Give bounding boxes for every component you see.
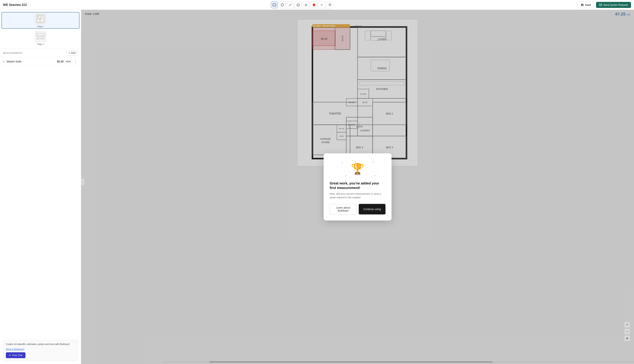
promo-text: Create rich takeoffs, estimates, quotes … (6, 343, 75, 346)
svg-rect-10 (37, 19, 40, 22)
undo-tool[interactable] (326, 2, 333, 8)
toolbar-actions: Save Send Quote Request (577, 2, 631, 8)
continue-label: Continue using (363, 208, 381, 211)
unit-label: m2 (66, 60, 69, 63)
svg-rect-6 (599, 4, 602, 6)
dot-2: ● (377, 169, 378, 170)
svg-rect-12 (38, 16, 39, 17)
pages-panel: Page 1 Page 2 (0, 10, 81, 48)
page-2-label: Page 2 (37, 43, 44, 45)
learn-label: Learn about Buildxact (336, 206, 350, 212)
promo-link[interactable]: What is Buildxact? (6, 348, 25, 350)
star-3: ✦ (372, 160, 374, 163)
chevron-down-icon: ▾ (70, 60, 71, 63)
page-1-label: Page 1 (37, 25, 44, 28)
line-tool[interactable] (287, 2, 294, 8)
svg-point-1 (281, 4, 284, 6)
svg-marker-3 (297, 4, 299, 6)
measurement-name: Master Suite (7, 60, 22, 63)
star-4: ✦ (345, 174, 347, 177)
add-icon: + (69, 52, 70, 54)
continue-button[interactable]: Continue using (359, 204, 385, 214)
measurements-header: MEASUREMENTS + ADD (0, 48, 81, 58)
free-trial-button[interactable]: ✦ Free Trial (6, 352, 26, 358)
unit-selector[interactable]: m2 ▾ (65, 60, 72, 63)
svg-rect-11 (40, 19, 44, 22)
angle-value: 0° (321, 4, 323, 6)
page-title: N/E Seaview 213 (3, 3, 27, 6)
measurement-right: 32.15 m2 ▾ ⋮ (57, 60, 78, 64)
modal-actions: Learn about Buildxact Continue using (330, 204, 385, 214)
dot-3: ● (348, 171, 349, 172)
promo-banner: Create rich takeoffs, estimates, quotes … (3, 340, 78, 361)
add-label: ADD (71, 52, 76, 54)
modal-overlay: ✦ ✦ ✦ ✦ ✦ ● ● ● 🏆 Great work, you've add… (81, 10, 634, 364)
success-modal: ✦ ✦ ✦ ✦ ✦ ● ● ● 🏆 Great work, you've add… (324, 153, 392, 220)
measurement-row: 1. Master Suite 32.15 m2 ▾ ⋮ (0, 58, 81, 66)
svg-rect-9 (41, 16, 44, 17)
measurement-left: 1. Master Suite (3, 60, 21, 63)
modal-description: Next, add your second measurement or sen… (330, 192, 385, 199)
add-measurement-button[interactable]: + ADD (67, 50, 78, 56)
svg-rect-13 (37, 33, 45, 36)
modal-title: Great work, you've added your first meas… (330, 181, 385, 190)
svg-line-2 (289, 4, 291, 6)
measurement-value: 32.15 (57, 60, 64, 63)
measurements-title: MEASUREMENTS (3, 52, 23, 54)
page-1-thumbnail (35, 13, 46, 24)
quote-label: Send Quote Request (603, 4, 628, 6)
page-thumb-1[interactable]: Page 1 (2, 12, 80, 29)
circle-tool[interactable] (279, 2, 286, 8)
sidebar: Page 1 Page 2 MEASUREMENTS + ADD (0, 10, 81, 364)
save-label: Save (585, 4, 591, 6)
record-tool[interactable] (311, 2, 317, 8)
star-5: ✦ (374, 174, 376, 177)
page-thumb-2[interactable]: Page 2 (2, 30, 80, 46)
measurement-number: 1. (3, 60, 5, 63)
canvas-area: Scale: 1:200 47.25 m2 (81, 10, 634, 364)
more-options-button[interactable]: ⋮ (73, 60, 78, 64)
dot-1: ● (337, 167, 338, 168)
polygon-tool[interactable] (295, 2, 302, 8)
magic-tool[interactable] (303, 2, 309, 8)
rectangle-tool[interactable] (271, 2, 278, 8)
svg-rect-14 (37, 36, 44, 38)
toolbar: N/E Seaview 213 0° Save (0, 0, 634, 10)
tool-group: 0° (271, 2, 333, 8)
save-button[interactable]: Save (577, 2, 594, 8)
star-2: ✦ (354, 160, 356, 163)
star-1: ✦ (341, 161, 343, 164)
svg-point-5 (313, 4, 315, 6)
page-2-thumbnail (35, 31, 46, 42)
trophy-icon: 🏆 (351, 164, 364, 174)
trial-label: Free Trial (12, 354, 23, 357)
send-quote-button[interactable]: Send Quote Request (596, 2, 631, 8)
sparkle-icon: ✦ (9, 354, 11, 357)
learn-button[interactable]: Learn about Buildxact (330, 204, 357, 214)
trophy-area: ✦ ✦ ✦ ✦ ✦ ● ● ● 🏆 (330, 159, 385, 178)
angle-tool[interactable]: 0° (319, 2, 325, 8)
main-layout: Page 1 Page 2 MEASUREMENTS + ADD (0, 10, 634, 364)
svg-rect-0 (273, 4, 276, 6)
